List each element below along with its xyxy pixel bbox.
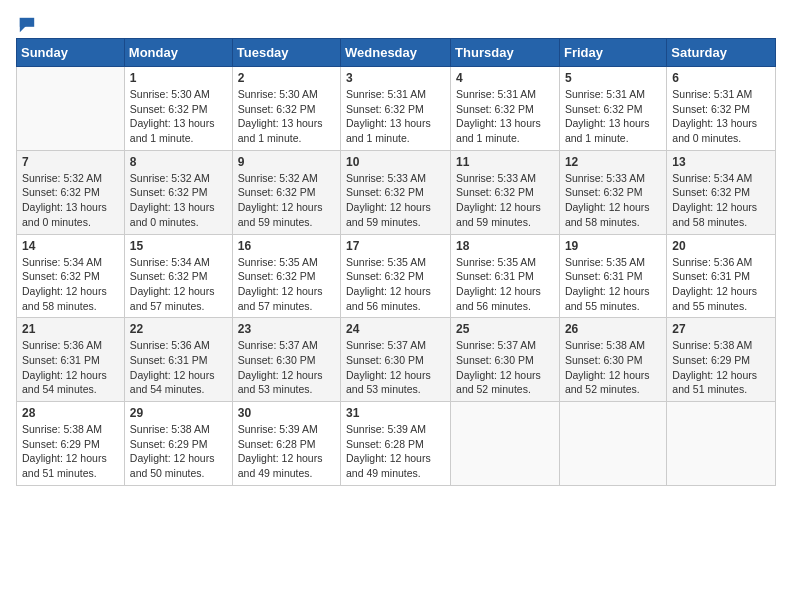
cell-info-line: and 57 minutes. (238, 299, 335, 314)
calendar-cell: 7Sunrise: 5:32 AMSunset: 6:32 PMDaylight… (17, 150, 125, 234)
header (16, 16, 776, 30)
cell-info-line: Sunset: 6:29 PM (672, 353, 770, 368)
calendar-cell: 13Sunrise: 5:34 AMSunset: 6:32 PMDayligh… (667, 150, 776, 234)
day-number: 2 (238, 71, 335, 85)
calendar-cell: 28Sunrise: 5:38 AMSunset: 6:29 PMDayligh… (17, 402, 125, 486)
cell-info-line: Daylight: 12 hours (672, 284, 770, 299)
calendar-cell: 24Sunrise: 5:37 AMSunset: 6:30 PMDayligh… (341, 318, 451, 402)
calendar-cell: 20Sunrise: 5:36 AMSunset: 6:31 PMDayligh… (667, 234, 776, 318)
cell-info-line: Sunset: 6:28 PM (238, 437, 335, 452)
cell-info-line: Daylight: 12 hours (130, 451, 227, 466)
cell-info-line: and 54 minutes. (130, 382, 227, 397)
cell-info-line: and 59 minutes. (238, 215, 335, 230)
cell-info-line: Daylight: 12 hours (672, 368, 770, 383)
calendar-cell: 6Sunrise: 5:31 AMSunset: 6:32 PMDaylight… (667, 67, 776, 151)
calendar-cell: 30Sunrise: 5:39 AMSunset: 6:28 PMDayligh… (232, 402, 340, 486)
day-number: 5 (565, 71, 661, 85)
cell-info-line: Sunset: 6:32 PM (346, 269, 445, 284)
cell-info-line: Sunset: 6:32 PM (130, 102, 227, 117)
cell-info-line: Sunrise: 5:33 AM (565, 171, 661, 186)
cell-info-line: Sunrise: 5:37 AM (456, 338, 554, 353)
weekday-header-monday: Monday (124, 39, 232, 67)
day-number: 19 (565, 239, 661, 253)
cell-info-line: Sunset: 6:32 PM (565, 185, 661, 200)
calendar-cell: 12Sunrise: 5:33 AMSunset: 6:32 PMDayligh… (559, 150, 666, 234)
cell-info-line: Daylight: 12 hours (565, 200, 661, 215)
cell-info-line: Sunrise: 5:30 AM (130, 87, 227, 102)
cell-info-line: Sunset: 6:32 PM (456, 185, 554, 200)
cell-info-line: Sunset: 6:32 PM (672, 185, 770, 200)
cell-info-line: Sunset: 6:31 PM (565, 269, 661, 284)
calendar-header-row: SundayMondayTuesdayWednesdayThursdayFrid… (17, 39, 776, 67)
calendar-week-row: 7Sunrise: 5:32 AMSunset: 6:32 PMDaylight… (17, 150, 776, 234)
cell-info-line: Sunrise: 5:38 AM (672, 338, 770, 353)
day-number: 27 (672, 322, 770, 336)
day-number: 11 (456, 155, 554, 169)
cell-info-line: Daylight: 12 hours (22, 284, 119, 299)
calendar-cell: 9Sunrise: 5:32 AMSunset: 6:32 PMDaylight… (232, 150, 340, 234)
cell-info-line: and 1 minute. (130, 131, 227, 146)
day-number: 30 (238, 406, 335, 420)
cell-info-line: Daylight: 12 hours (22, 368, 119, 383)
cell-info-line: Daylight: 12 hours (130, 284, 227, 299)
calendar-cell: 18Sunrise: 5:35 AMSunset: 6:31 PMDayligh… (451, 234, 560, 318)
calendar-week-row: 1Sunrise: 5:30 AMSunset: 6:32 PMDaylight… (17, 67, 776, 151)
cell-info-line: Daylight: 12 hours (238, 200, 335, 215)
cell-info-line: Daylight: 12 hours (456, 200, 554, 215)
day-number: 6 (672, 71, 770, 85)
day-number: 29 (130, 406, 227, 420)
calendar-cell: 29Sunrise: 5:38 AMSunset: 6:29 PMDayligh… (124, 402, 232, 486)
calendar-cell: 27Sunrise: 5:38 AMSunset: 6:29 PMDayligh… (667, 318, 776, 402)
day-number: 10 (346, 155, 445, 169)
calendar-cell: 31Sunrise: 5:39 AMSunset: 6:28 PMDayligh… (341, 402, 451, 486)
day-number: 26 (565, 322, 661, 336)
cell-info-line: and 55 minutes. (565, 299, 661, 314)
cell-info-line: Daylight: 12 hours (238, 451, 335, 466)
cell-info-line: Daylight: 12 hours (346, 451, 445, 466)
day-number: 1 (130, 71, 227, 85)
cell-info-line: Sunset: 6:31 PM (130, 353, 227, 368)
cell-info-line: Sunrise: 5:34 AM (22, 255, 119, 270)
cell-info-line: Sunrise: 5:38 AM (565, 338, 661, 353)
cell-info-line: Sunrise: 5:31 AM (346, 87, 445, 102)
calendar-cell: 2Sunrise: 5:30 AMSunset: 6:32 PMDaylight… (232, 67, 340, 151)
cell-info-line: Daylight: 12 hours (672, 200, 770, 215)
cell-info-line: and 58 minutes. (672, 215, 770, 230)
cell-info-line: Sunrise: 5:37 AM (238, 338, 335, 353)
calendar-cell: 15Sunrise: 5:34 AMSunset: 6:32 PMDayligh… (124, 234, 232, 318)
weekday-header-tuesday: Tuesday (232, 39, 340, 67)
cell-info-line: and 0 minutes. (22, 215, 119, 230)
cell-info-line: Sunset: 6:32 PM (346, 102, 445, 117)
cell-info-line: Sunrise: 5:35 AM (238, 255, 335, 270)
cell-info-line: Sunset: 6:32 PM (238, 102, 335, 117)
cell-info-line: Sunrise: 5:33 AM (456, 171, 554, 186)
cell-info-line: Sunrise: 5:36 AM (672, 255, 770, 270)
cell-info-line: Sunrise: 5:35 AM (565, 255, 661, 270)
day-number: 18 (456, 239, 554, 253)
calendar-cell: 1Sunrise: 5:30 AMSunset: 6:32 PMDaylight… (124, 67, 232, 151)
day-number: 4 (456, 71, 554, 85)
day-number: 16 (238, 239, 335, 253)
cell-info-line: and 49 minutes. (346, 466, 445, 481)
cell-info-line: and 53 minutes. (238, 382, 335, 397)
cell-info-line: Sunset: 6:32 PM (130, 185, 227, 200)
weekday-header-friday: Friday (559, 39, 666, 67)
calendar-week-row: 21Sunrise: 5:36 AMSunset: 6:31 PMDayligh… (17, 318, 776, 402)
cell-info-line: Sunset: 6:31 PM (672, 269, 770, 284)
weekday-header-thursday: Thursday (451, 39, 560, 67)
calendar-week-row: 14Sunrise: 5:34 AMSunset: 6:32 PMDayligh… (17, 234, 776, 318)
cell-info-line: Sunrise: 5:36 AM (130, 338, 227, 353)
weekday-header-saturday: Saturday (667, 39, 776, 67)
calendar-cell: 14Sunrise: 5:34 AMSunset: 6:32 PMDayligh… (17, 234, 125, 318)
cell-info-line: Daylight: 12 hours (238, 368, 335, 383)
cell-info-line: Sunset: 6:31 PM (22, 353, 119, 368)
cell-info-line: and 52 minutes. (565, 382, 661, 397)
cell-info-line: and 1 minute. (456, 131, 554, 146)
cell-info-line: Sunset: 6:32 PM (22, 185, 119, 200)
day-number: 9 (238, 155, 335, 169)
cell-info-line: and 56 minutes. (456, 299, 554, 314)
day-number: 22 (130, 322, 227, 336)
day-number: 25 (456, 322, 554, 336)
day-number: 7 (22, 155, 119, 169)
cell-info-line: and 59 minutes. (346, 215, 445, 230)
